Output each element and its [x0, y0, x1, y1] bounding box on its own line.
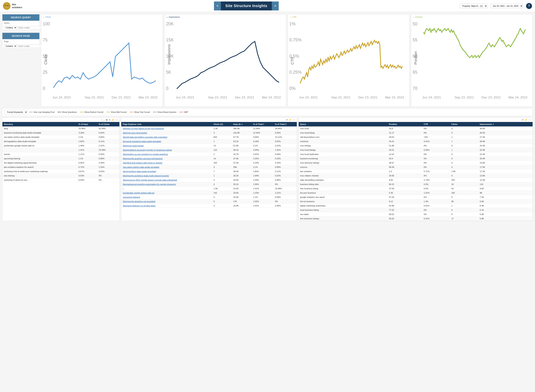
dir-copy-btn[interactable]: ⊞ — [106, 118, 108, 121]
page-col-pct-clicks[interactable]: % of Total C — [273, 122, 297, 126]
query-col-ctr[interactable]: CTR — [422, 122, 450, 126]
page-col-imps[interactable]: Imps (I) ▼ — [232, 122, 252, 126]
dir-col-directory[interactable]: Directory — [2, 122, 77, 126]
dir-sort-desc-btn[interactable]: ↓ — [103, 118, 105, 121]
page-cell-0-0[interactable]: /blog/top-10-free-places-to-list-your-bu… — [121, 126, 212, 131]
query-cell-15-4: 9K — [478, 191, 533, 195]
dir-flash-btn[interactable]: ⚡ — [111, 118, 114, 121]
dir-more-btn[interactable]: ⋯ — [115, 118, 118, 121]
help-button[interactable]: ? — [526, 3, 532, 9]
page-cell-9-2: 35K — [232, 165, 252, 169]
query-cell-2-3: 1 — [450, 135, 478, 139]
dir-sort-asc-btn[interactable]: ↑ — [101, 118, 102, 121]
query-cell-12-3: 343 — [450, 178, 478, 182]
nav-next-button[interactable]: > — [272, 1, 279, 10]
page-cell-14-0[interactable]: / — [121, 186, 212, 191]
query-cell-13-2: 0.3% — [422, 182, 450, 186]
query-cell-12-4: 12.4K — [478, 178, 533, 182]
query-contains-select[interactable]: Contains — [4, 26, 17, 29]
search-page-button[interactable]: SEARCH PAGE — [2, 33, 39, 39]
svg-text:Impressions: Impressions — [167, 44, 171, 65]
page-more-btn[interactable]: ⋯ — [293, 118, 295, 121]
svg-text:Mar 24, 2022: Mar 24, 2022 — [385, 95, 404, 99]
page-value-input[interactable] — [18, 45, 43, 48]
query-cell-3-2: 0.01% — [422, 139, 450, 143]
page-cell-9-0[interactable]: /seo-tasks-metrics-data-studio-template/ — [121, 165, 212, 169]
page-cell-11-0[interactable]: /blog/google-analytics-goals-multi-chann… — [121, 173, 212, 178]
page-col-clicks[interactable]: Clicks (C) — [212, 122, 232, 126]
legend-questions[interactable]: Show Questions — [57, 111, 77, 113]
page-cell-17-4: 0% — [273, 199, 297, 203]
page-filter-btn[interactable]: ≡ — [286, 118, 288, 121]
page-cell-1-0[interactable]: /blog/yes-moz-local-works/ — [121, 131, 212, 135]
query-cell-0-0: moz local — [299, 126, 387, 131]
page-cell-1-3: 12.93% — [252, 131, 273, 135]
query-flash-btn[interactable]: ⚡ — [525, 118, 528, 121]
funnel-keywords-select[interactable]: Funnel Keywords — [5, 110, 28, 114]
query-cell-19-1: 77.02 — [387, 208, 422, 212]
dir-col-imps[interactable]: % of Imps — [77, 122, 97, 126]
page-cell-16-0[interactable]: /upcoming-training/ — [121, 195, 212, 199]
legend-bottom-funnel[interactable]: Show Bottom Funnel — [80, 111, 103, 113]
page-cell-2-0[interactable]: /blog/8-data-storytelling-concepts-with-… — [121, 135, 212, 139]
query-table-row: local business listing77.020%06.1K — [299, 208, 533, 212]
query-cell-21-3: 17 — [450, 216, 478, 221]
page-cell-4-0[interactable]: /blog/moz-local-review/ — [121, 143, 212, 148]
dir-col-clicks[interactable]: % of Clicks — [97, 122, 119, 126]
legend-label-gbp: GBP — [184, 111, 188, 113]
dir-cell-12-0: workshop-5-ideas-for-seo- — [2, 178, 77, 182]
page-cell-11-2: 28.2K — [232, 173, 252, 178]
legend-top-funnel[interactable]: Show Top Funnel — [130, 111, 150, 113]
dir-cell-10-0: workshop-how-to-build-your-marketing-roa… — [2, 169, 77, 173]
page-cell-18-0[interactable]: /blog/serp-features-vs-10-blue-links/ — [121, 203, 212, 208]
page-col-link[interactable]: Page Explorer Link — [121, 122, 212, 126]
query-cell-7-4: 20.4K — [478, 156, 533, 161]
query-table-row: data storytelling examples8.652.74%34312… — [299, 178, 533, 182]
page-cell-18-3: 1.01% — [252, 203, 273, 208]
query-cell-18-0: digital marketing workshops — [299, 203, 387, 208]
query-more-btn[interactable]: ⋯ — [529, 118, 531, 121]
query-col-position[interactable]: Position — [387, 122, 422, 126]
query-cell-2-1: 49.53 — [387, 135, 422, 139]
query-col-clicks[interactable]: Clicks — [450, 122, 478, 126]
query-col-impressions[interactable]: Impressions ▼ — [478, 122, 533, 126]
clicks-chart-title: Clicks — [43, 16, 161, 18]
page-cell-13-0[interactable]: /blog/advanced-reporting-automation-for-… — [121, 182, 212, 186]
page-cell-7-0[interactable]: /blog/google-analytics-account-permissio… — [121, 156, 212, 161]
svg-point-3 — [7, 5, 9, 6]
page-cell-15-0[interactable]: /postamatic-google-sheets-add-on/ — [121, 191, 212, 195]
page-flash-btn[interactable]: ⚡ — [289, 118, 292, 121]
impressions-chart-title: Impressions — [166, 16, 285, 18]
position-chart-title: Position — [413, 16, 531, 18]
page-table-row: /blog/8-data-storytelling-concepts-with-… — [121, 135, 297, 139]
legend-mid-funnel[interactable]: Show Mid Funnel — [106, 111, 127, 113]
dir-filter-btn[interactable]: ≡ — [109, 118, 110, 121]
query-col-query[interactable]: Query — [299, 122, 387, 126]
legend-gbp[interactable]: GBP — [179, 111, 188, 113]
property-select[interactable]: Property: https://t... (1) — [460, 4, 488, 8]
page-col-pct-imps[interactable]: % of Total I — [252, 122, 273, 126]
legend-low-hanging-fruit[interactable]: See Low Hanging Fruit — [29, 111, 54, 113]
svg-text:Mar 24, 2022: Mar 24, 2022 — [508, 95, 528, 99]
page-cell-8-0[interactable]: /blog/find-and-replace-with-regex-in-she… — [121, 161, 212, 165]
date-range-select[interactable]: Jun 24, 2021 - Jun 21, 2022 — [490, 4, 523, 8]
page-cell-17-0[interactable]: /blog/google-analytics-not-provided/ — [121, 199, 212, 203]
page-cell-10-0[interactable]: /demographics-data-studio-template/ — [121, 169, 212, 173]
legend-brand-queries[interactable]: Show Brand Queries — [153, 111, 176, 113]
ctr-chart-title: CTR — [289, 16, 408, 18]
search-query-button[interactable]: SEARCH QUERY — [2, 14, 39, 21]
query-filter-btn[interactable]: ≡ — [522, 118, 523, 121]
page-contains-select[interactable]: Contains — [4, 44, 17, 48]
dir-cell-3-1: 1.82% — [77, 139, 97, 143]
page-cell-12-0[interactable]: /blog/mozcon-2021-google-search-console-… — [121, 178, 212, 182]
query-cell-3-1: 34.41 — [387, 139, 422, 143]
query-cell-9-2: 0% — [422, 165, 450, 169]
nav-prev-button[interactable]: < — [214, 1, 221, 10]
page-cell-5-0[interactable]: /blog/problems-accessing-google-my-busin… — [121, 148, 212, 152]
page-cell-2-4: 13.11% — [273, 135, 297, 139]
dir-cell-1-2: 0.02% — [97, 131, 119, 135]
page-cell-6-0[interactable]: /blog/setting-up-seo-reporting-in-google… — [121, 152, 212, 156]
legend-line-gbp — [179, 112, 183, 112]
page-cell-3-0[interactable]: /keyword-monitoring-data-studio-template… — [121, 139, 212, 143]
query-value-input[interactable] — [18, 26, 43, 29]
